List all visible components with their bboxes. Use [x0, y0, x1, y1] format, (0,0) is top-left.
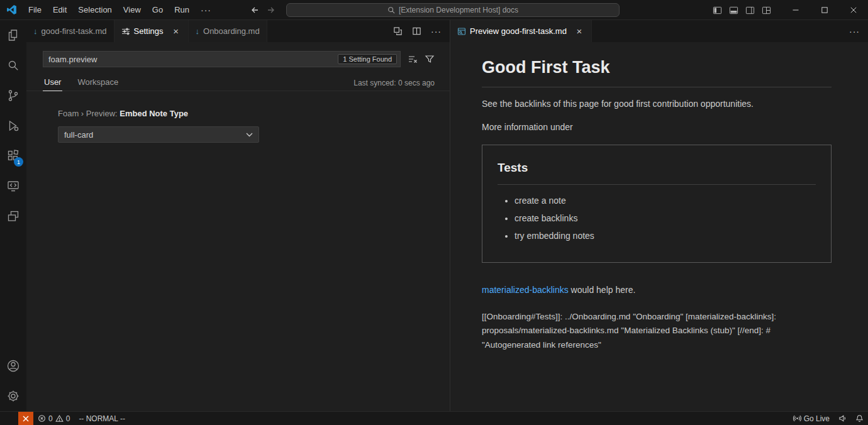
- maximize-button[interactable]: [810, 0, 839, 20]
- toggle-panel-icon[interactable]: [729, 6, 738, 15]
- menubar-more-icon[interactable]: ···: [195, 5, 217, 15]
- clear-filters-icon[interactable]: [408, 54, 418, 64]
- explorer-icon[interactable]: [0, 20, 26, 50]
- settings-scope-tabs: User Workspace Last synced: 0 secs ago: [26, 76, 450, 91]
- customize-layout-icon[interactable]: [762, 6, 771, 15]
- tabbar-right: Preview good-first-task.md × ···: [450, 20, 868, 42]
- editor-group-right: Preview good-first-task.md × ··· Good Fi…: [450, 20, 868, 411]
- tab-label: Preview good-first-task.md: [470, 26, 567, 36]
- editor-group-left: ↓ good-first-task.md Settings × ↓ Onboar…: [26, 20, 450, 411]
- settings-search-row: foam.preview 1 Setting Found: [43, 51, 435, 67]
- tab-settings[interactable]: Settings ×: [114, 20, 189, 42]
- open-changes-icon[interactable]: [393, 26, 403, 36]
- tab-preview-good-first-task[interactable]: Preview good-first-task.md ×: [450, 20, 592, 42]
- editor-area: ↓ good-first-task.md Settings × ↓ Onboar…: [26, 20, 868, 411]
- notifications-bell-icon[interactable]: [851, 412, 868, 425]
- vim-mode-indicator[interactable]: -- NORMAL --: [74, 412, 130, 425]
- tabbar-left: ↓ good-first-task.md Settings × ↓ Onboar…: [26, 20, 450, 42]
- activity-bar: 1: [0, 20, 26, 411]
- setting-title: Foam › Preview: Embed Note Type: [58, 109, 435, 118]
- card-title: Tests: [498, 159, 816, 185]
- split-editor-icon[interactable]: [412, 26, 421, 36]
- vscode-logo-icon: [0, 4, 23, 15]
- status-bar-right: Go Live: [789, 412, 868, 425]
- menu-run[interactable]: Run: [169, 5, 195, 14]
- window-controls: [713, 0, 868, 20]
- toggle-sidebar-icon[interactable]: [713, 6, 722, 15]
- menu-selection[interactable]: Selection: [72, 5, 117, 14]
- link-paragraph: materialized-backlinks would help here.: [482, 284, 832, 297]
- tab-onboarding[interactable]: ↓ Onboarding.md: [189, 20, 267, 42]
- go-live-button[interactable]: Go Live: [789, 412, 834, 425]
- remote-indicator[interactable]: [18, 412, 33, 425]
- toggle-secondary-sidebar-icon[interactable]: [745, 6, 755, 15]
- stacked-editors-icon[interactable]: [0, 201, 26, 231]
- list-item: try embedding notes: [515, 229, 816, 243]
- link-references-paragraph: [[Onboarding#Tests]]: ../Onboarding.md "…: [482, 310, 832, 352]
- setting-category: Foam › Preview:: [58, 109, 120, 118]
- materialized-backlinks-link[interactable]: materialized-backlinks: [482, 285, 569, 295]
- errors-icon: [38, 414, 46, 422]
- titlebar: File Edit Selection View Go Run ··· [Ext…: [0, 0, 868, 20]
- settings-search-input[interactable]: foam.preview 1 Setting Found: [43, 51, 401, 67]
- run-debug-icon[interactable]: [0, 111, 26, 141]
- warning-count: 0: [66, 414, 70, 423]
- search-sidebar-icon[interactable]: [0, 50, 26, 80]
- editor-actions-right: ···: [849, 20, 868, 42]
- markdown-preview: Good First Task See the backlinks of thi…: [450, 42, 868, 411]
- card-list: create a note create backlinks try embed…: [498, 194, 816, 243]
- megaphone-icon[interactable]: [834, 412, 851, 425]
- more-actions-icon[interactable]: ···: [849, 26, 860, 36]
- history-navigation: [250, 0, 275, 20]
- status-bar: 0 0 -- NORMAL -- Go Live: [0, 411, 868, 425]
- go-live-label: Go Live: [804, 414, 830, 423]
- minimize-button[interactable]: [781, 0, 810, 20]
- more-actions-icon[interactable]: ···: [431, 26, 442, 36]
- extensions-icon[interactable]: 1: [0, 141, 26, 171]
- preview-paragraph: More information under: [482, 121, 832, 134]
- command-center-text: [Extension Development Host] docs: [399, 6, 518, 14]
- source-control-icon[interactable]: [0, 80, 26, 111]
- last-synced-label: Last synced: 0 secs ago: [353, 79, 435, 91]
- problems-indicator[interactable]: 0 0: [33, 412, 74, 425]
- settings-editor: foam.preview 1 Setting Found User: [26, 42, 450, 411]
- list-item: create a note: [515, 194, 816, 207]
- forward-arrow-icon[interactable]: [267, 6, 275, 14]
- embed-note-type-dropdown[interactable]: full-card: [58, 126, 259, 143]
- scope-tab-workspace[interactable]: Workspace: [76, 77, 120, 91]
- command-center-search[interactable]: [Extension Development Host] docs: [286, 3, 620, 17]
- menu-file[interactable]: File: [23, 5, 47, 14]
- scope-tab-user[interactable]: User: [43, 77, 62, 91]
- dropdown-value: full-card: [64, 130, 93, 140]
- close-window-button[interactable]: [839, 0, 868, 20]
- tab-label: Onboarding.md: [203, 26, 260, 36]
- broadcast-icon: [793, 414, 801, 422]
- settings-search-value: foam.preview: [48, 55, 97, 64]
- search-icon: [387, 6, 395, 14]
- tab-label: good-first-task.md: [42, 26, 107, 36]
- editor-actions-left: ···: [393, 20, 450, 42]
- settings-gear-icon[interactable]: [0, 381, 26, 411]
- chevron-down-icon: [246, 133, 253, 137]
- close-tab-icon[interactable]: ×: [171, 26, 181, 36]
- menubar: File Edit Selection View Go Run ···: [23, 5, 217, 15]
- setting-item: Foam › Preview: Embed Note Type full-car…: [58, 109, 435, 143]
- tab-good-first-task[interactable]: ↓ good-first-task.md: [26, 20, 114, 42]
- preview-paragraph: See the backlinks of this page for good …: [482, 97, 832, 111]
- back-arrow-icon[interactable]: [250, 6, 259, 14]
- embedded-note-card: Tests create a note create backlinks try…: [482, 145, 832, 263]
- remote-explorer-icon[interactable]: [0, 171, 26, 201]
- menu-go[interactable]: Go: [147, 5, 169, 14]
- settings-sliders-icon: [121, 27, 130, 36]
- preview-title: Good First Task: [482, 46, 832, 87]
- setting-name: Embed Note Type: [120, 109, 188, 118]
- filter-funnel-icon[interactable]: [425, 54, 435, 64]
- warnings-icon: [55, 414, 64, 422]
- tab-label: Settings: [134, 26, 164, 36]
- menu-view[interactable]: View: [118, 5, 147, 14]
- close-tab-icon[interactable]: ×: [574, 26, 584, 36]
- markdown-file-icon: ↓: [196, 26, 200, 36]
- menu-edit[interactable]: Edit: [47, 5, 72, 14]
- accounts-icon[interactable]: [0, 351, 26, 381]
- error-count: 0: [48, 414, 53, 423]
